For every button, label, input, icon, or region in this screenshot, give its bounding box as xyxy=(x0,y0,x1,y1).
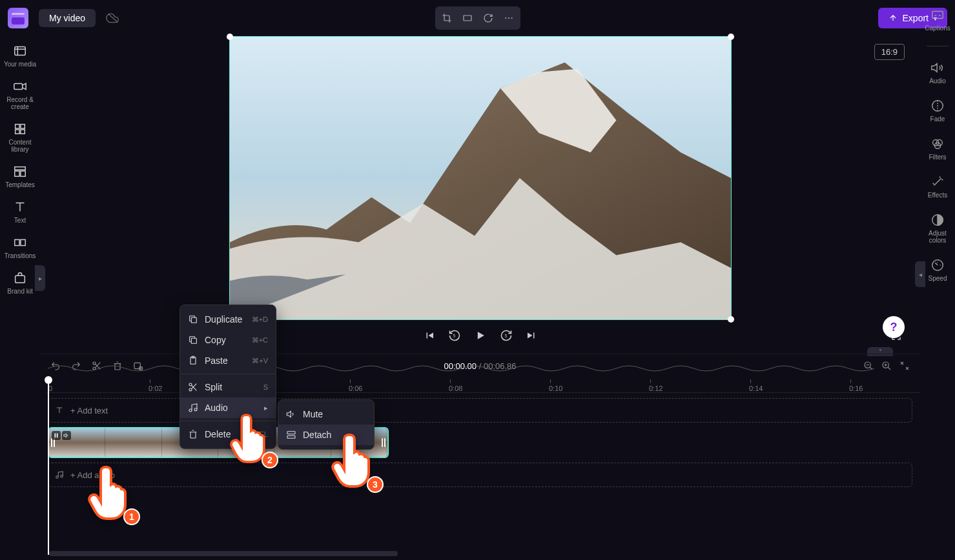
ruler-tick: 0:10 xyxy=(549,385,562,392)
svg-rect-36 xyxy=(191,338,196,343)
tracks: + Add text + Add audio xyxy=(40,393,920,492)
svg-rect-16 xyxy=(15,275,25,283)
sidebar-label: Audio xyxy=(929,77,946,85)
cloud-sync-icon[interactable] xyxy=(106,12,119,25)
svg-rect-12 xyxy=(15,171,19,176)
svg-point-4 xyxy=(511,17,512,19)
sidebar-label: Effects xyxy=(928,192,947,199)
paste-icon xyxy=(188,355,198,366)
help-button[interactable]: ? xyxy=(883,316,905,338)
scrollbar-thumb[interactable] xyxy=(49,551,398,556)
resize-handle-tl[interactable] xyxy=(227,34,233,40)
aspect-ratio-badge[interactable]: 16:9 xyxy=(874,44,905,60)
sidebar-item-fade[interactable]: Fade xyxy=(930,99,945,123)
annotation-badge: 2 xyxy=(262,452,278,468)
svg-text:5: 5 xyxy=(453,334,455,338)
ctx-split[interactable]: Split S xyxy=(180,377,276,397)
fit-icon[interactable] xyxy=(458,9,477,27)
playhead[interactable] xyxy=(48,377,49,555)
svg-rect-17 xyxy=(932,12,943,19)
svg-rect-34 xyxy=(57,434,58,438)
sidebar-item-filters[interactable]: Filters xyxy=(929,137,946,161)
clip-trim-right[interactable] xyxy=(381,428,386,457)
upload-icon xyxy=(888,14,898,23)
filters-icon xyxy=(930,137,945,151)
clip-audio-icon xyxy=(62,431,71,440)
sidebar-item-adjust-colors[interactable]: Adjust colors xyxy=(920,213,955,244)
audio-track[interactable]: + Add audio xyxy=(48,463,912,487)
svg-line-0 xyxy=(108,14,118,22)
resize-handle-tr[interactable] xyxy=(728,34,734,40)
svg-text:5: 5 xyxy=(504,334,507,338)
text-track[interactable]: + Add text xyxy=(48,398,912,423)
app-logo[interactable] xyxy=(8,8,28,28)
video-preview[interactable] xyxy=(229,36,732,320)
video-track[interactable] xyxy=(48,426,912,459)
duplicate-icon xyxy=(188,314,198,325)
sidebar-label: Brand kit xyxy=(7,288,32,295)
ruler-tick: 0:14 xyxy=(749,385,763,392)
preview-image xyxy=(230,37,731,319)
svg-rect-42 xyxy=(287,435,295,438)
project-name-field[interactable]: My video xyxy=(39,9,96,27)
effects-icon xyxy=(930,175,945,189)
rewind-icon[interactable]: 5 xyxy=(448,329,461,342)
sidebar-item-text[interactable]: Text xyxy=(1,200,39,224)
annotation-hand-2: 2 xyxy=(229,410,271,463)
camera-icon xyxy=(13,79,27,94)
sidebar-label: Text xyxy=(14,217,26,224)
ctx-paste[interactable]: Paste ⌘+V xyxy=(180,350,276,371)
crop-icon[interactable] xyxy=(438,9,456,27)
skip-start-icon[interactable] xyxy=(424,330,435,341)
sidebar-item-speed[interactable]: Speed xyxy=(929,258,947,282)
fit-timeline-icon[interactable] xyxy=(899,361,910,371)
ctx-label: Duplicate xyxy=(205,314,242,325)
ctx-copy[interactable]: Copy ⌘+C xyxy=(180,330,276,350)
audio-menu-icon xyxy=(188,403,198,413)
ctx-duplicate[interactable]: Duplicate ⌘+D xyxy=(180,309,276,330)
svg-rect-15 xyxy=(21,239,25,245)
sidebar-item-templates[interactable]: Templates xyxy=(1,165,39,188)
ruler-tick: 0:02 xyxy=(149,385,162,392)
sidebar-label: Record & create xyxy=(1,96,39,110)
sidebar-item-your-media[interactable]: Your media xyxy=(1,44,39,68)
sidebar-item-captions[interactable]: Captions xyxy=(925,8,950,32)
forward-icon[interactable]: 5 xyxy=(500,329,513,342)
top-bar: My video Export ▾ xyxy=(0,0,955,36)
sidebar-item-effects[interactable]: Effects xyxy=(928,175,947,199)
sidebar-label: Your media xyxy=(4,61,36,68)
sidebar-item-content-library[interactable]: Content library xyxy=(1,122,39,153)
resize-handle-br[interactable] xyxy=(728,316,734,323)
sidebar-item-transitions[interactable]: Transitions xyxy=(1,235,39,259)
rotate-icon[interactable] xyxy=(479,9,497,27)
sidebar-label: Filters xyxy=(929,154,946,161)
sidebar-item-brand-kit[interactable]: Brand kit xyxy=(1,271,39,295)
brandkit-icon xyxy=(13,271,27,285)
ctx-label: Split xyxy=(205,382,222,392)
sidebar-label: Transitions xyxy=(5,252,36,259)
svg-point-40 xyxy=(189,388,192,391)
waveform xyxy=(48,362,887,375)
svg-rect-14 xyxy=(15,239,19,245)
detach-icon xyxy=(286,430,296,440)
ctx-shortcut: ⌘+C xyxy=(252,336,268,345)
ctx-mute[interactable]: Mute xyxy=(278,404,374,425)
copy-icon xyxy=(188,335,198,345)
ctx-label: Copy xyxy=(205,335,226,345)
more-icon[interactable] xyxy=(500,9,518,27)
play-icon[interactable] xyxy=(474,329,487,342)
templates-icon xyxy=(13,165,27,179)
svg-rect-7 xyxy=(15,125,19,128)
sidebar-item-record[interactable]: Record & create xyxy=(1,79,39,110)
timeline-ruler[interactable]: 0 0:02 0:04 0:06 0:08 0:10 0:12 0:14 0:1… xyxy=(46,377,920,393)
sidebar-item-audio[interactable]: Audio xyxy=(929,61,946,85)
sidebar-label: Captions xyxy=(925,25,950,32)
ctx-label: Detach xyxy=(303,430,331,440)
annotation-hand-1: 1 xyxy=(87,462,132,520)
svg-rect-5 xyxy=(15,47,26,55)
timeline-scrollbar[interactable] xyxy=(49,551,911,556)
svg-rect-41 xyxy=(287,432,295,434)
skip-end-icon[interactable] xyxy=(526,330,537,341)
ruler-tick: 0:06 xyxy=(349,385,362,392)
speed-icon xyxy=(930,258,945,272)
